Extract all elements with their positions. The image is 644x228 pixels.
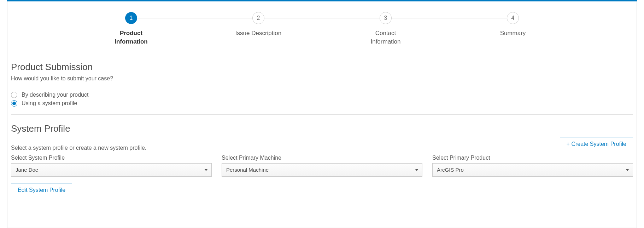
select-value: ArcGIS Pro <box>437 167 464 173</box>
step-label-line1: Product Information <box>115 30 148 45</box>
select-primary-product-label: Select Primary Product <box>432 155 633 161</box>
system-profile-subtitle: Select a system profile or create a new … <box>11 145 146 151</box>
product-submission-title: Product Submission <box>11 62 633 73</box>
step-product-information[interactable]: 1 Product Information <box>68 12 195 46</box>
step-circle: 1 <box>125 12 137 24</box>
select-value: Personal Machine <box>226 167 269 173</box>
system-profile-title: System Profile <box>11 123 633 134</box>
step-contact-information[interactable]: 3 Contact Information <box>322 12 449 46</box>
step-label: Product Information <box>115 29 148 46</box>
radio-icon <box>11 92 17 98</box>
edit-system-profile-button[interactable]: Edit System Profile <box>11 183 72 197</box>
select-value: Jane Doe <box>16 167 38 173</box>
radio-icon <box>11 100 17 107</box>
step-label: Issue Description <box>235 29 281 38</box>
step-circle: 4 <box>507 12 519 24</box>
chevron-down-icon <box>626 169 629 171</box>
step-summary[interactable]: 4 Summary <box>449 12 576 38</box>
radio-label: By describing your product <box>22 92 88 98</box>
step-connector <box>258 18 380 18</box>
step-label: Contact Information <box>370 29 400 46</box>
product-submission-question: How would you like to submit your case? <box>11 75 633 82</box>
chevron-down-icon <box>204 169 208 171</box>
create-system-profile-button[interactable]: + Create System Profile <box>560 137 633 151</box>
chevron-down-icon <box>415 169 418 171</box>
step-label: Summary <box>500 29 526 38</box>
stepper: 1 Product Information 2 Issue Descriptio… <box>7 1 637 53</box>
select-system-profile[interactable]: Jane Doe <box>11 163 212 177</box>
radio-label: Using a system profile <box>22 100 77 107</box>
select-primary-machine[interactable]: Personal Machine <box>222 163 422 177</box>
radio-using-system-profile[interactable]: Using a system profile <box>11 100 633 107</box>
step-connector <box>386 18 507 18</box>
step-circle: 2 <box>252 12 264 24</box>
step-circle: 3 <box>380 12 392 24</box>
section-divider <box>11 114 633 115</box>
select-primary-machine-label: Select Primary Machine <box>222 155 422 161</box>
submission-method-radio-group: By describing your product Using a syste… <box>11 92 633 107</box>
select-primary-product[interactable]: ArcGIS Pro <box>432 163 633 177</box>
step-connector <box>131 18 252 18</box>
radio-by-describing[interactable]: By describing your product <box>11 92 633 98</box>
step-issue-description[interactable]: 2 Issue Description <box>195 12 322 38</box>
select-system-profile-label: Select System Profile <box>11 155 212 161</box>
